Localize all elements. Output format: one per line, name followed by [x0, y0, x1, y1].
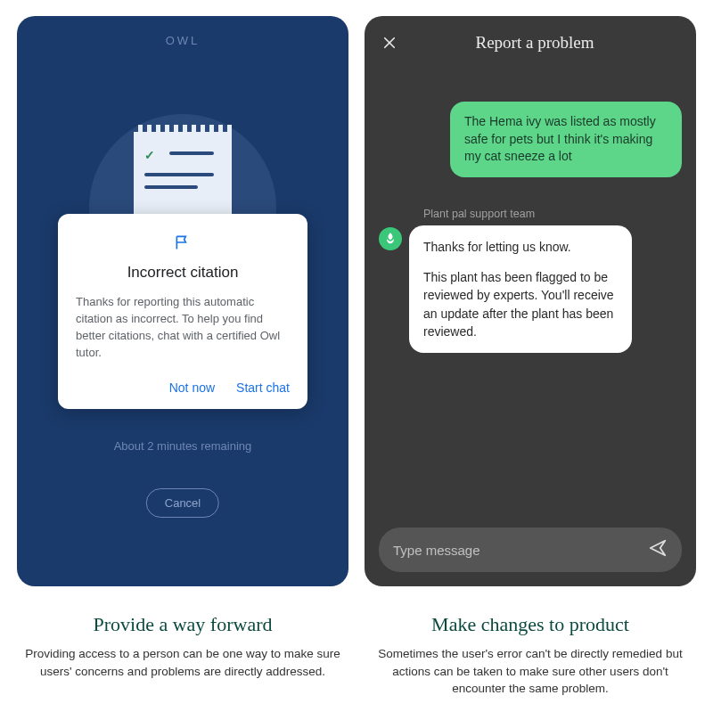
chat-header: Report a problem — [365, 16, 696, 62]
agent-message-line: Thanks for letting us know. — [423, 238, 618, 256]
send-icon[interactable] — [648, 538, 668, 561]
right-caption: Make changes to product Sometimes the us… — [365, 613, 696, 698]
message-input-placeholder: Type message — [393, 543, 648, 558]
app-title: OWL — [17, 34, 348, 47]
check-icon: ✓ — [144, 148, 155, 162]
start-chat-button[interactable]: Start chat — [236, 380, 290, 395]
caption-title: Provide a way forward — [17, 613, 348, 636]
close-icon[interactable] — [379, 32, 400, 53]
time-remaining-label: About 2 minutes remaining — [17, 439, 348, 453]
caption-body: Providing access to a person can be one … — [17, 645, 348, 680]
page-title: Report a problem — [413, 33, 657, 53]
dialog-body: Thanks for reporting this automatic cita… — [76, 294, 290, 361]
dialog-title: Incorrect citation — [76, 264, 290, 282]
incorrect-citation-dialog: Incorrect citation Thanks for reporting … — [58, 214, 307, 409]
agent-message-bubble: Thanks for letting us know. This plant h… — [409, 225, 632, 353]
caption-title: Make changes to product — [365, 613, 696, 636]
owl-app-screen: OWL ✓ Incorrect citation Thanks for repo… — [17, 16, 348, 586]
cancel-button[interactable]: Cancel — [146, 488, 219, 518]
agent-message-line: This plant has been flagged to be review… — [423, 268, 618, 340]
plant-pal-report-screen: Report a problem The Hema ivy was listed… — [365, 16, 696, 586]
caption-body: Sometimes the user's error can't be dire… — [365, 645, 696, 698]
user-message-bubble: The Hema ivy was listed as mostly safe f… — [450, 102, 682, 177]
message-input[interactable]: Type message — [379, 528, 682, 572]
chat-body: The Hema ivy was listed as mostly safe f… — [365, 62, 696, 513]
not-now-button[interactable]: Not now — [169, 380, 215, 395]
plant-icon — [379, 227, 402, 250]
flag-icon — [76, 233, 290, 255]
left-caption: Provide a way forward Providing access t… — [17, 613, 348, 698]
support-team-label: Plant pal support team — [423, 208, 682, 220]
